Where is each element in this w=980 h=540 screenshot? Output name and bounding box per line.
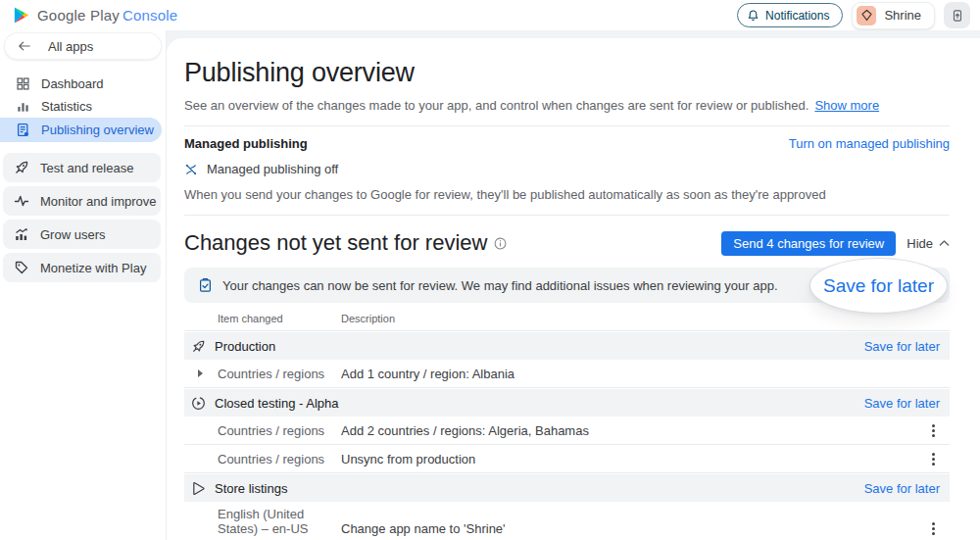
sidebar-item-label: Monetize with Play — [40, 261, 146, 275]
show-more-link[interactable]: Show more — [814, 98, 879, 113]
group-header-production: Production Save for later — [184, 332, 950, 360]
all-apps-back-button[interactable]: All apps — [5, 33, 161, 59]
sidebar-item-publishing-overview[interactable]: Publishing overview — [0, 118, 162, 142]
save-for-later-link[interactable]: Save for later — [864, 339, 940, 354]
changes-title: Changes not yet sent for review — [184, 230, 507, 256]
sidebar-item-statistics[interactable]: Statistics — [0, 95, 166, 118]
turn-on-managed-publishing-link[interactable]: Turn on managed publishing — [789, 136, 950, 151]
sidebar-item-label: Dashboard — [41, 76, 104, 91]
sidebar-spacer — [0, 142, 166, 153]
google-play-console-logo[interactable]: Google PlayConsole — [12, 5, 177, 25]
divider — [184, 125, 950, 126]
item-changed-cell: Countries / regions — [218, 367, 341, 381]
managed-publishing-description: When you send your changes to Google for… — [184, 187, 950, 202]
bell-icon — [747, 9, 760, 23]
sidebar-item-dashboard[interactable]: Dashboard — [0, 73, 166, 95]
notifications-button[interactable]: Notifications — [737, 3, 843, 27]
table-header-row: Item changed Description — [184, 313, 950, 331]
sidebar-item-grow-users[interactable]: Grow users — [3, 220, 161, 249]
group-name: Production — [215, 339, 275, 354]
price-tag-icon — [14, 260, 29, 275]
pulse-icon — [14, 193, 29, 209]
sidebar-item-label: Test and release — [40, 161, 133, 175]
play-circle-icon — [191, 396, 206, 411]
rocket-icon — [191, 339, 206, 354]
save-for-later-loupe[interactable]: Save for later — [809, 258, 948, 314]
chevron-up-icon — [939, 239, 950, 247]
changes-title-text: Changes not yet sent for review — [184, 230, 487, 256]
description-cell: Unsync from production — [341, 452, 922, 466]
row-menu-button[interactable] — [922, 449, 944, 469]
managed-publishing-off-icon — [184, 163, 198, 176]
save-for-later-link[interactable]: Save for later — [864, 396, 940, 411]
top-bar-actions: Notifications Shrine — [737, 2, 970, 29]
dashboard-icon — [15, 76, 30, 92]
install-app-icon — [951, 9, 964, 23]
item-changed-cell: Countries / regions — [218, 452, 341, 466]
growth-chart-icon — [14, 226, 29, 242]
notifications-label: Notifications — [765, 9, 829, 23]
table-row: Countries / regions Add 1 country / regi… — [184, 360, 950, 388]
app-name-label: Shrine — [884, 8, 921, 23]
sidebar: All apps Dashboard Statistics — [0, 30, 167, 540]
banner-text: Your changes can now be sent for review.… — [222, 278, 778, 293]
item-changed-cell: Countries / regions — [218, 423, 341, 438]
rocket-icon — [14, 160, 29, 175]
group-name: Closed testing - Alpha — [215, 396, 338, 411]
install-app-button[interactable] — [944, 2, 970, 28]
table-row: Countries / regions Add 2 countries / re… — [184, 417, 950, 445]
store-listing-language: English (United States) – en-US — [218, 507, 309, 536]
sidebar-item-test-and-release[interactable]: Test and release — [3, 153, 161, 182]
column-header-item-changed: Item changed — [218, 313, 341, 324]
changes-section-header: Changes not yet sent for review Send 4 c… — [184, 230, 950, 256]
hide-label: Hide — [906, 236, 933, 251]
all-apps-label: All apps — [48, 39, 93, 54]
back-arrow-icon — [18, 40, 31, 52]
description-cell: Change app name to 'Shrine' — [341, 521, 922, 536]
top-app-bar: Google PlayConsole Notifications Shrine — [0, 0, 980, 30]
save-for-later-link[interactable]: Save for later — [864, 481, 940, 496]
send-changes-button[interactable]: Send 4 changes for review — [721, 231, 896, 256]
logo-console: Console — [122, 7, 177, 24]
row-menu-button[interactable] — [922, 518, 944, 539]
row-menu-button[interactable] — [922, 420, 944, 441]
managed-publishing-status-text: Managed publishing off — [207, 162, 338, 176]
statistics-icon — [15, 99, 30, 115]
managed-publishing-header: Managed publishing Turn on managed publi… — [184, 136, 950, 151]
column-header-description: Description — [341, 313, 950, 324]
sidebar-item-monetize-with-play[interactable]: Monetize with Play — [3, 253, 161, 282]
expand-row-icon[interactable] — [198, 369, 203, 377]
changes-table: Item changed Description Production Save… — [184, 313, 950, 540]
play-logo-icon — [12, 5, 30, 25]
group-header-closed-testing-alpha: Closed testing - Alpha Save for later — [184, 389, 950, 417]
changes-actions: Send 4 changes for review Hide — [721, 231, 950, 256]
sidebar-item-label: Grow users — [40, 227, 105, 242]
page-description-text: See an overview of the changes made to y… — [184, 98, 808, 113]
logo-google-play: Google Play — [37, 7, 120, 24]
item-changed-cell: English (United States) – en-US Default … — [218, 507, 341, 540]
sidebar-item-label: Statistics — [41, 99, 92, 114]
play-store-icon — [191, 481, 206, 496]
sidebar-item-label: Monitor and improve — [40, 194, 157, 209]
hide-toggle[interactable]: Hide — [906, 236, 950, 251]
table-row: English (United States) – en-US Default … — [184, 502, 950, 540]
group-name: Store listings — [215, 481, 287, 496]
group-header-store-listings: Store listings Save for later — [184, 474, 950, 502]
page-title: Publishing overview — [184, 58, 950, 88]
managed-publishing-status: Managed publishing off — [184, 162, 950, 176]
info-icon[interactable] — [494, 237, 507, 250]
table-row: Countries / regions Unsync from producti… — [184, 445, 950, 473]
sidebar-item-label: Publishing overview — [41, 123, 154, 137]
sidebar-item-monitor-and-improve[interactable]: Monitor and improve — [3, 186, 161, 216]
clipboard-check-icon — [198, 277, 213, 293]
save-for-later-magnified-label: Save for later — [823, 275, 934, 297]
logo-text: Google PlayConsole — [37, 7, 177, 24]
managed-publishing-title: Managed publishing — [184, 136, 308, 151]
publishing-overview-icon — [15, 123, 30, 138]
app-selector[interactable]: Shrine — [852, 2, 935, 29]
shrine-app-icon — [857, 6, 876, 25]
description-cell: Add 1 country / region: Albania — [341, 367, 950, 381]
description-cell: Add 2 countries / regions: Algeria, Baha… — [341, 423, 922, 438]
divider — [184, 215, 950, 216]
page-description: See an overview of the changes made to y… — [184, 98, 950, 113]
